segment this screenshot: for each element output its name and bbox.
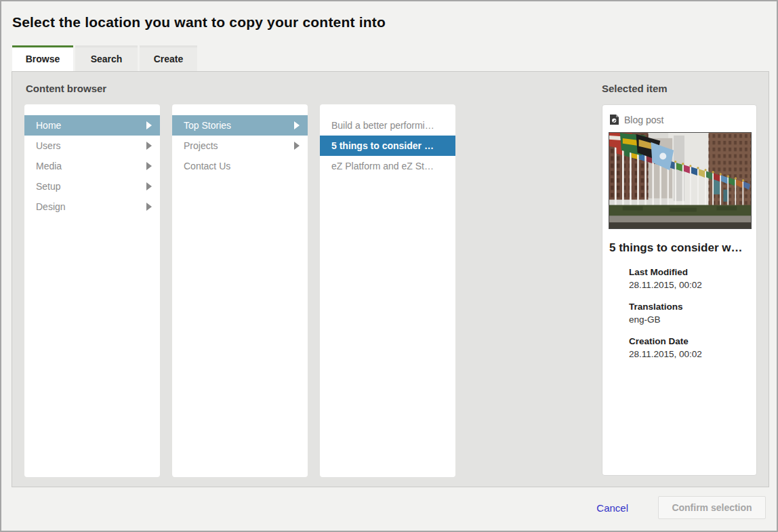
selected-item-card: Blog post bbox=[602, 104, 757, 476]
browser-item-media[interactable]: Media bbox=[24, 156, 160, 176]
content-browser-heading: Content browser bbox=[26, 83, 106, 94]
selected-item-heading: Selected item bbox=[602, 83, 668, 94]
field-value: 28.11.2015, 00:02 bbox=[629, 279, 750, 291]
chevron-right-icon bbox=[146, 142, 152, 150]
dialog-footer: Cancel Confirm selection bbox=[596, 496, 766, 519]
browser-item-ez-platform[interactable]: eZ Platform and eZ St… bbox=[320, 156, 455, 176]
browser-item-home[interactable]: Home bbox=[24, 115, 160, 136]
content-type-row: Blog post bbox=[609, 114, 750, 125]
browser-item-setup[interactable]: Setup bbox=[24, 176, 160, 197]
content-type-label: Blog post bbox=[624, 115, 663, 125]
field-value: 28.11.2015, 00:02 bbox=[629, 348, 750, 361]
selected-item-title: 5 things to consider w… bbox=[609, 241, 750, 255]
field-value: eng-GB bbox=[629, 313, 750, 326]
selected-item-image bbox=[609, 132, 752, 229]
item-label: Contact Us bbox=[184, 161, 230, 171]
tab-bar: Browse Search Create bbox=[12, 45, 199, 71]
blog-post-icon bbox=[609, 114, 619, 125]
browser-item-5-things[interactable]: 5 things to consider … bbox=[320, 136, 455, 156]
browser-item-projects[interactable]: Projects bbox=[172, 136, 308, 156]
chevron-right-icon bbox=[146, 121, 152, 129]
browser-columns: Home Users Media Setup Design bbox=[24, 104, 468, 477]
field-label: Translations bbox=[629, 300, 750, 313]
field-translations: Translations eng-GB bbox=[629, 300, 750, 326]
chevron-right-icon bbox=[146, 162, 152, 170]
item-label: Projects bbox=[184, 140, 218, 151]
browser-item-build-better[interactable]: Build a better performi… bbox=[320, 115, 455, 136]
item-label: Media bbox=[36, 161, 62, 171]
tab-search[interactable]: Search bbox=[75, 45, 138, 71]
field-last-modified: Last Modified 28.11.2015, 00:02 bbox=[629, 266, 750, 291]
tab-browse[interactable]: Browse bbox=[12, 45, 73, 71]
item-label: eZ Platform and eZ St… bbox=[331, 161, 434, 171]
browser-item-top-stories[interactable]: Top Stories bbox=[172, 115, 308, 136]
browser-item-contact-us[interactable]: Contact Us bbox=[172, 156, 308, 176]
item-label: Design bbox=[36, 201, 66, 212]
item-label: Home bbox=[36, 120, 61, 131]
chevron-right-icon bbox=[146, 182, 152, 190]
chevron-right-icon bbox=[146, 203, 152, 211]
item-label: Setup bbox=[36, 181, 61, 192]
chevron-right-icon bbox=[294, 121, 300, 129]
item-label: Top Stories bbox=[184, 120, 231, 131]
item-label: Build a better performi… bbox=[331, 120, 434, 131]
tab-label: Browse bbox=[26, 54, 60, 64]
field-label: Creation Date bbox=[629, 335, 750, 348]
item-label: Users bbox=[36, 140, 61, 151]
content-browser-panel: Content browser Selected item Home Users… bbox=[12, 71, 769, 487]
field-creation-date: Creation Date 28.11.2015, 00:02 bbox=[629, 335, 750, 361]
tab-create[interactable]: Create bbox=[140, 45, 197, 71]
cancel-button[interactable]: Cancel bbox=[596, 502, 628, 514]
browser-column-2: Top Stories Projects Contact Us bbox=[172, 104, 308, 477]
tab-label: Search bbox=[91, 54, 123, 64]
field-label: Last Modified bbox=[629, 266, 750, 279]
chevron-right-icon bbox=[294, 142, 300, 150]
confirm-selection-button[interactable]: Confirm selection bbox=[658, 496, 766, 519]
browser-column-1: Home Users Media Setup Design bbox=[24, 104, 160, 477]
browser-item-design[interactable]: Design bbox=[24, 197, 160, 217]
copy-location-dialog: Select the location you want to copy you… bbox=[0, 0, 778, 532]
tab-label: Create bbox=[154, 54, 184, 64]
item-label: 5 things to consider … bbox=[331, 140, 434, 151]
browser-column-3: Build a better performi… 5 things to con… bbox=[320, 104, 455, 477]
selected-item-fields: Last Modified 28.11.2015, 00:02 Translat… bbox=[609, 266, 750, 361]
browser-item-users[interactable]: Users bbox=[24, 136, 160, 156]
dialog-title: Select the location you want to copy you… bbox=[12, 14, 386, 30]
